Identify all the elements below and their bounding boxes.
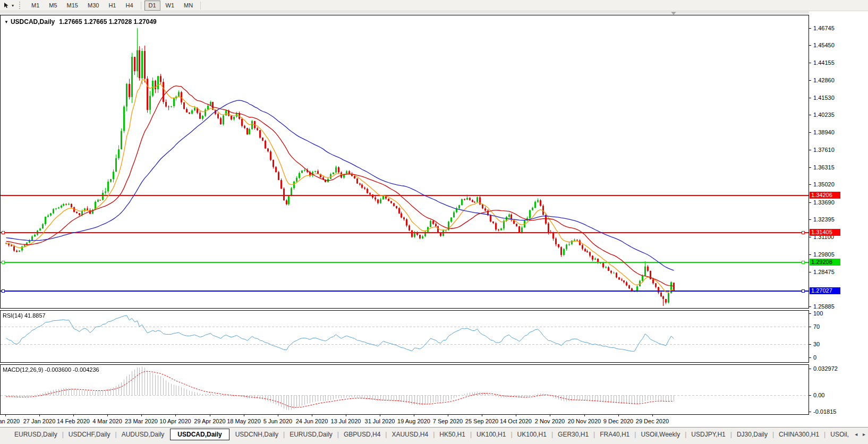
- rsi-level-label-tick: [809, 313, 811, 314]
- price-tick-label: 1.36315: [813, 164, 835, 170]
- price-tick-label-tick: [809, 150, 811, 150]
- chart-tab-uk100-h1[interactable]: UK100,H1: [512, 429, 552, 440]
- date-tick-label: 24 Jun 2020: [296, 418, 328, 424]
- date-tick-label: 14 Oct 2020: [500, 418, 532, 424]
- date-tick: [39, 415, 40, 416]
- chart-tab-hk50-h1[interactable]: HK50,H1: [433, 429, 471, 440]
- date-tick-label: 4 Mar 2020: [92, 418, 122, 424]
- chart-tab-uk100-h1[interactable]: UK100,H1: [471, 429, 512, 440]
- date-tick-label: 23 Mar 2020: [125, 418, 158, 424]
- price-tick-label-tick: [809, 237, 811, 237]
- price-tick-label: 1.40235: [813, 112, 835, 118]
- date-tick-label: 5 Jun 2020: [263, 418, 292, 424]
- timeframe-button-m30[interactable]: M30: [83, 1, 103, 11]
- timeframe-button-d1[interactable]: D1: [144, 1, 160, 11]
- date-tick-label: 7 Sep 2020: [433, 418, 463, 424]
- date-tick: [550, 415, 550, 416]
- chart-tab-usdcad-daily[interactable]: USDCAD,Daily: [170, 429, 229, 440]
- date-tick-label: 18 May 2020: [227, 418, 261, 424]
- price-tick-label-tick: [809, 202, 811, 203]
- tab-scroll-left-icon[interactable]: ◂: [855, 431, 857, 437]
- macd-canvas[interactable]: [1, 365, 809, 414]
- date-tick: [5, 415, 6, 416]
- timeframe-button-m5[interactable]: M5: [45, 1, 61, 11]
- rsi-pane: RSI(14) 41.8857: [0, 310, 809, 363]
- rsi-level-label: 0: [813, 354, 816, 361]
- chart-tab-usoil-weekly[interactable]: USOil,Weekly: [635, 429, 686, 440]
- main-chart-canvas[interactable]: [1, 15, 809, 308]
- date-tick: [346, 415, 346, 416]
- rsi-level-label-tick: [809, 344, 811, 345]
- price-tick-label: 1.33690: [813, 199, 835, 206]
- price-tick-label-tick: [809, 272, 811, 272]
- date-tick-label: 14 Feb 2020: [57, 418, 90, 424]
- date-tick: [380, 415, 380, 416]
- price-tick-label: 1.45450: [813, 42, 835, 48]
- price-tick-label-tick: [809, 167, 811, 168]
- price-tick-label: 1.37610: [813, 147, 835, 153]
- price-tick-label: 1.38940: [813, 129, 835, 135]
- chart-tab-audusd-daily[interactable]: AUDUSD,Daily: [116, 429, 171, 440]
- price-tick-label-tick: [809, 219, 811, 220]
- chart-symbol-label: USDCAD,Daily: [11, 18, 55, 25]
- price-axis: 1.467451.454501.441551.428601.415301.402…: [809, 11, 868, 427]
- price-tick-label: 1.35020: [813, 181, 835, 187]
- symbol-dropdown-icon[interactable]: ▼: [4, 20, 8, 24]
- date-tick-label: 9 Dec 2020: [603, 418, 633, 424]
- date-tick: [652, 415, 653, 416]
- chart-tab-eurusd-daily[interactable]: EURUSD,Daily: [284, 429, 338, 440]
- chart-tab-usdjpy-h1[interactable]: USDJPY,H1: [685, 429, 731, 440]
- rsi-level-label: 100: [813, 310, 823, 317]
- chart-tab-dj30-daily[interactable]: DJ30,Daily: [731, 429, 773, 440]
- toolbar-separator: [141, 2, 141, 10]
- chart-tab-usoil-[interactable]: USOil,: [824, 429, 855, 440]
- date-tick-label: 20 Nov 2020: [568, 418, 601, 424]
- price-tick-label-tick: [809, 115, 811, 115]
- chart-title: ▼USDCAD,Daily1.27665 1.27665 1.27028 1.2…: [4, 18, 157, 25]
- chart-tab-xauusd-h4[interactable]: XAUUSD,H4: [386, 429, 434, 440]
- chart-tab-fra40-h1[interactable]: FRA40,H1: [594, 429, 635, 440]
- cursor-tool-button[interactable]: ▾: [3, 2, 14, 9]
- date-axis: 8 Jan 202027 Jan 202014 Feb 20204 Mar 20…: [0, 415, 809, 427]
- tab-scroll-right-icon[interactable]: ▸: [863, 431, 865, 437]
- macd-min-label: -0.01815: [813, 408, 836, 415]
- chevron-down-icon[interactable]: ▾: [12, 3, 14, 8]
- date-tick: [278, 415, 278, 416]
- timeframe-button-m1[interactable]: M1: [27, 1, 44, 11]
- date-tick-label: 29 Dec 2020: [636, 418, 669, 424]
- chart-tab-usdchf-daily[interactable]: USDCHF,Daily: [63, 429, 116, 440]
- date-tick: [584, 415, 585, 416]
- date-tick-label: 19 Aug 2020: [397, 418, 430, 424]
- price-tick-label: 1.41530: [813, 95, 835, 101]
- chart-tab-china300-h1[interactable]: CHINA300,H1: [773, 429, 825, 440]
- price-tick-label-tick: [809, 254, 811, 255]
- price-tick-label: 1.28475: [813, 269, 835, 275]
- chart-tab-eurusd-daily[interactable]: EURUSD,Daily: [8, 429, 63, 440]
- date-tick: [73, 415, 74, 416]
- price-tick-label: 1.44155: [813, 59, 835, 66]
- chart-tab-usdcnh-daily[interactable]: USDCNH,Daily: [229, 429, 284, 440]
- mt4-window: ▾ M1M5M15M30H1H4D1W1MN ▼USDCAD,Daily1.27…: [0, 0, 868, 444]
- price-tick-label: 1.42860: [813, 77, 835, 83]
- timeframe-button-w1[interactable]: W1: [161, 1, 179, 11]
- macd-min-label-tick: [809, 412, 811, 412]
- chart-tab-ger30-h1[interactable]: GER30,H1: [552, 429, 594, 440]
- timeframe-button-h1[interactable]: H1: [104, 1, 120, 11]
- date-tick-label: 13 Jul 2020: [331, 418, 361, 424]
- chart-ohlc-quote: 1.27665 1.27665 1.27028 1.27049: [59, 18, 157, 25]
- date-tick: [414, 415, 414, 416]
- timeframe-button-mn[interactable]: MN: [180, 1, 197, 11]
- date-tick-label: 8 Jan 2020: [0, 418, 20, 424]
- chart-tab-gbpusd-h4[interactable]: GBPUSD,H4: [338, 429, 386, 440]
- rsi-canvas[interactable]: [1, 311, 809, 362]
- timeframe-button-m15[interactable]: M15: [63, 1, 82, 11]
- macd-label: MACD(12,26,9) -0.003600 -0.004236: [3, 366, 99, 373]
- date-tick: [244, 415, 244, 416]
- date-tick: [210, 415, 210, 416]
- price-tick-label: 1.29805: [813, 251, 835, 258]
- date-tick: [312, 415, 312, 416]
- price-badge-1.29208: 1.29208: [810, 259, 840, 266]
- status-strip: [0, 441, 868, 444]
- timeframe-button-h4[interactable]: H4: [121, 1, 137, 11]
- date-tick-label: 10 Apr 2020: [159, 418, 191, 424]
